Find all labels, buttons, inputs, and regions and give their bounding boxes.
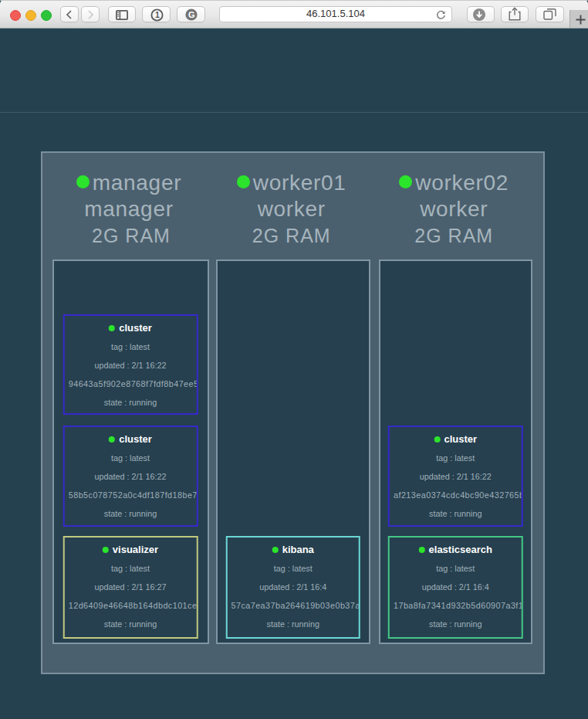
svg-text:1: 1: [155, 10, 160, 19]
svg-text:G: G: [188, 10, 195, 19]
